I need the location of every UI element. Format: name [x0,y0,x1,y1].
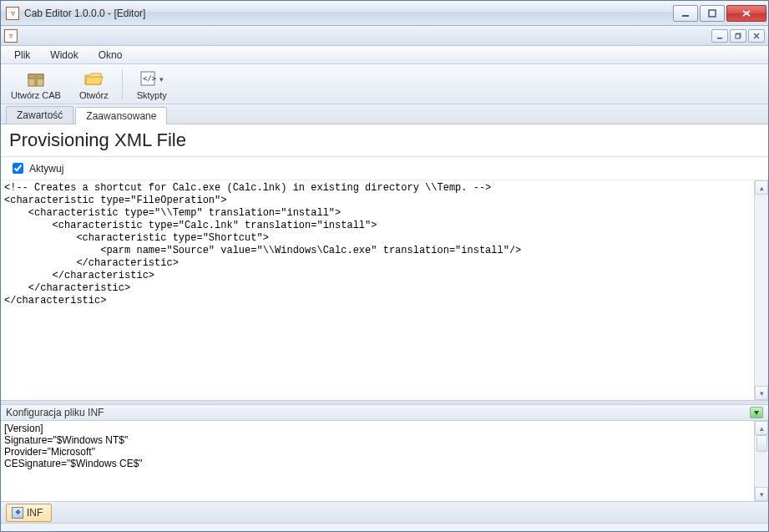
mdi-restore-button[interactable] [730,29,746,43]
lower-scrollbar[interactable]: ▴ ▾ [754,421,768,501]
folder-open-icon [83,69,104,88]
bottom-tabstrip: ❖ INF [1,501,768,523]
svg-rect-0 [682,15,689,17]
scripts-button[interactable]: </> ▾ Sktypty [131,67,173,102]
xml-editor[interactable]: <!-- Creates a shortcut for Calc.exe (Ca… [1,180,754,400]
menubar: Plik Widok Okno [1,46,768,64]
chevron-down-icon[interactable]: ▾ [159,75,168,84]
scroll-thumb[interactable] [756,435,767,452]
inf-editor[interactable]: [Version] Signature="$Windows NT$" Provi… [1,421,754,501]
app-window: ▿ Cab Editor 1.0.0.0 - [Editor] ▿ [0,0,769,532]
inf-file-icon: ❖ [12,507,23,519]
maximize-button[interactable] [700,5,725,22]
tab-content[interactable]: Zawartość [6,106,73,124]
close-icon [753,33,760,39]
tab-advanced[interactable]: Zaawansowane [75,107,167,124]
scripts-label: Sktypty [137,90,167,100]
lower-panel: Konfiguracja pliku INF [Version] Signatu… [1,401,768,523]
activate-row: Aktywuj [1,157,768,180]
close-button[interactable] [726,5,766,22]
open-label: Otwórz [79,90,109,100]
lower-header: Konfiguracja pliku INF [1,404,768,421]
window-title: Cab Editor 1.0.0.0 - [Editor] [24,8,145,19]
mdi-app-icon: ▿ [4,29,18,43]
toolbar: Utwórz CAB Otwórz </> ▾ [1,64,768,104]
svg-marker-14 [754,411,759,415]
toolbar-separator [122,69,123,99]
app-icon: ▿ [6,7,19,20]
scroll-up-icon[interactable]: ▴ [755,421,768,435]
svg-rect-6 [736,34,740,38]
tab-inf-label: INF [27,507,43,519]
menu-window[interactable]: Okno [92,48,129,63]
svg-rect-1 [709,10,716,17]
main-area: Provisioning XML File Aktywuj <!-- Creat… [1,124,768,401]
scroll-down-icon[interactable]: ▾ [755,386,768,400]
scroll-up-icon[interactable]: ▴ [755,180,768,195]
titlebar: ▿ Cab Editor 1.0.0.0 - [Editor] [1,1,768,26]
open-button[interactable]: Otwórz [74,67,114,102]
minimize-button[interactable] [673,5,698,22]
box-icon [25,69,47,88]
activate-label: Aktywuj [29,163,63,175]
close-icon [741,9,751,18]
mdi-minimize-button[interactable] [711,29,728,43]
arrow-down-icon [753,409,760,416]
section-title: Provisioning XML File [1,124,768,157]
tabstrip: Zawartość Zaawansowane [1,104,768,124]
script-icon: </> [139,69,157,88]
lower-toggle-button[interactable] [750,407,763,418]
create-cab-button[interactable]: Utwórz CAB [6,67,66,102]
tab-inf[interactable]: ❖ INF [6,504,52,522]
minimize-icon [681,9,690,18]
status-strip [1,523,768,531]
lower-title: Konfiguracja pliku INF [6,407,104,418]
activate-checkbox[interactable] [13,163,23,174]
mdi-titlebar: ▿ [1,26,768,46]
svg-rect-4 [717,38,722,39]
editor-scrollbar[interactable]: ▴ ▾ [754,180,768,400]
scroll-down-icon[interactable]: ▾ [755,487,768,501]
editor-wrap: <!-- Creates a shortcut for Calc.exe (Ca… [1,180,768,400]
menu-file[interactable]: Plik [8,48,37,63]
minimize-icon [716,33,723,39]
menu-view[interactable]: Widok [43,48,84,63]
create-cab-label: Utwórz CAB [11,90,61,100]
lower-body: [Version] Signature="$Windows NT$" Provi… [1,421,768,501]
svg-rect-11 [34,74,38,86]
restore-icon [735,33,741,39]
maximize-icon [708,9,716,18]
svg-text:</>: </> [143,74,157,83]
mdi-close-button[interactable] [748,29,765,43]
